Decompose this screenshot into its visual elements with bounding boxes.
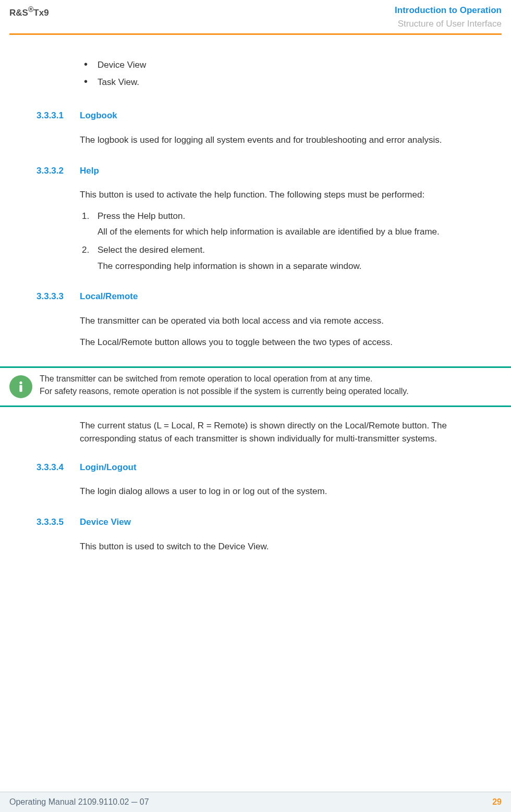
body-text: The logbook is used for logging all syst… (80, 134, 480, 147)
heading-number: 3.3.3.1 (36, 109, 80, 122)
info-glyph-icon (14, 380, 28, 393)
page-footer: Operating Manual 2109.9110.02 ─ 07 29 (0, 792, 511, 812)
body-text: This button is used to activate the help… (80, 189, 480, 202)
heading-number: 3.3.3.4 (36, 461, 80, 474)
heading-login-logout: 3.3.3.4 Login/Logout (36, 461, 480, 474)
page-content: Device View Task View. 3.3.3.1 Logbook T… (0, 35, 511, 349)
heading-device-view: 3.3.3.5 Device View (36, 516, 480, 529)
step-main: Select the desired element. (98, 244, 480, 257)
heading-text: Help (80, 165, 99, 178)
page-content-continued: The current status (L = Local, R = Remot… (0, 417, 511, 553)
svg-point-0 (19, 382, 22, 384)
section-help: 3.3.3.2 Help This button is used to acti… (36, 165, 480, 273)
footer-left: Operating Manual 2109.9110.02 ─ 07 (9, 797, 149, 807)
heading-logbook: 3.3.3.1 Logbook (36, 109, 480, 122)
body-text: This button is used to switch to the Dev… (80, 540, 480, 553)
section-title: Structure of User Interface (395, 19, 502, 29)
heading-text: Login/Logout (80, 461, 137, 474)
section-local-remote: 3.3.3.3 Local/Remote The transmitter can… (36, 290, 480, 349)
intro-bullet-list: Device View Task View. (80, 59, 480, 89)
heading-number: 3.3.3.3 (36, 290, 80, 303)
info-text: The transmitter can be switched from rem… (40, 374, 511, 399)
list-item: Task View. (80, 76, 480, 89)
heading-number: 3.3.3.2 (36, 165, 80, 178)
body-text: The Local/Remote button allows you to to… (80, 336, 480, 349)
heading-text: Logbook (80, 109, 117, 122)
info-para: For safety reasons, remote operation is … (40, 387, 486, 396)
heading-text: Device View (80, 516, 131, 529)
section-device-view: 3.3.3.5 Device View This button is used … (36, 516, 480, 553)
page-number: 29 (492, 797, 502, 807)
heading-number: 3.3.3.5 (36, 516, 80, 529)
svg-rect-1 (19, 385, 22, 392)
list-item: Device View (80, 59, 480, 72)
body-text: The login dialog allows a user to log in… (80, 485, 480, 498)
body-text: The current status (L = Local, R = Remot… (80, 420, 480, 445)
page-header: R&S®Tx9 Introduction to Operation Struct… (0, 0, 511, 32)
product-name: R&S®Tx9 (9, 5, 49, 18)
header-titles: Introduction to Operation Structure of U… (395, 5, 502, 29)
info-icon (9, 375, 32, 398)
info-para: The transmitter can be switched from rem… (40, 374, 486, 384)
step-sub: All of the elements for which help infor… (98, 226, 480, 239)
section-logbook: 3.3.3.1 Logbook The logbook is used for … (36, 109, 480, 146)
body-text: The transmitter can be operated via both… (80, 315, 480, 328)
heading-local-remote: 3.3.3.3 Local/Remote (36, 290, 480, 303)
step-item: Select the desired element. The correspo… (80, 244, 480, 273)
chapter-title: Introduction to Operation (395, 5, 502, 16)
step-item: Press the Help button. All of the elemen… (80, 210, 480, 239)
step-sub: The corresponding help information is sh… (98, 260, 480, 273)
step-main: Press the Help button. (98, 210, 480, 223)
step-list: Press the Help button. All of the elemen… (80, 210, 480, 273)
heading-text: Local/Remote (80, 290, 138, 303)
section-login-logout: 3.3.3.4 Login/Logout The login dialog al… (36, 461, 480, 498)
info-callout: The transmitter can be switched from rem… (0, 366, 511, 407)
heading-help: 3.3.3.2 Help (36, 165, 480, 178)
